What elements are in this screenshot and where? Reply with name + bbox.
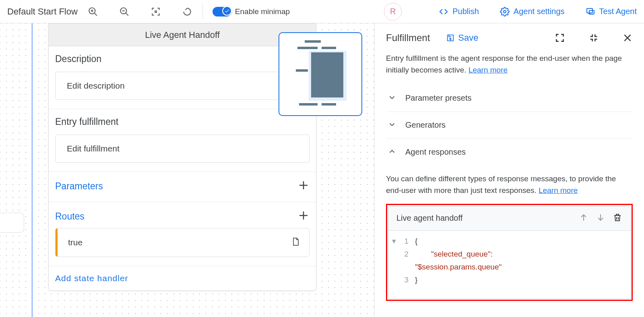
chevron-up-icon <box>388 147 396 157</box>
save-label: Save <box>458 33 478 43</box>
add-parameter-button[interactable] <box>297 179 310 193</box>
node-title: Live Agent Handoff <box>145 30 220 40</box>
svg-point-7 <box>155 10 157 12</box>
routes-heading[interactable]: Routes <box>55 211 85 222</box>
route-item[interactable]: true <box>55 228 310 257</box>
agent-settings-button[interactable]: Agent settings <box>500 7 565 17</box>
minimap-toggle-label: Enable minimap <box>235 7 290 16</box>
page-icon <box>291 237 300 248</box>
agent-settings-label: Agent settings <box>514 7 565 16</box>
minimap-toggle[interactable] <box>213 7 231 17</box>
add-state-handler-button[interactable]: Add state handler <box>49 266 316 290</box>
test-agent-label: Test Agent <box>599 7 637 16</box>
svg-point-8 <box>504 10 506 13</box>
highlight-annotation: Live agent handoff ▾ 1 2 3 { "se <box>386 204 633 301</box>
parameters-heading[interactable]: Parameters <box>55 181 103 192</box>
response-card-title: Live agent handoff <box>396 213 572 223</box>
parameter-presets-accordion[interactable]: Parameter presets <box>386 85 633 112</box>
line-number: 1 <box>400 235 409 248</box>
delete-icon[interactable] <box>613 213 622 224</box>
publish-label: Publish <box>452 7 479 16</box>
code-content[interactable]: { "selected_queue": "$session.params.que… <box>412 235 630 286</box>
accordion-label: Agent responses <box>405 147 466 157</box>
flow-title: Default Start Flow <box>7 6 78 17</box>
code-editor[interactable]: ▾ 1 2 3 { "selected_queue": "$session.pa… <box>388 231 630 298</box>
panel-title: Fulfillment <box>386 32 430 44</box>
agent-responses-accordion[interactable]: Agent responses <box>386 139 633 166</box>
zoom-out-icon[interactable] <box>119 6 130 17</box>
line-number: 2 <box>400 248 409 261</box>
chat-icon <box>586 7 595 17</box>
save-icon <box>446 33 455 42</box>
fit-icon[interactable] <box>150 6 161 17</box>
exit-fullscreen-icon[interactable] <box>588 33 599 43</box>
move-up-icon[interactable] <box>579 213 588 224</box>
route-status-bar <box>56 228 58 257</box>
fold-toggle-icon[interactable]: ▾ <box>392 237 396 245</box>
fullscreen-icon[interactable] <box>555 33 565 43</box>
route-condition: true <box>68 238 291 247</box>
description-heading: Description <box>55 54 310 64</box>
svg-line-1 <box>94 13 97 16</box>
panel-description: Entry fulfillment is the agent response … <box>386 52 633 76</box>
avatar[interactable]: R <box>384 3 402 21</box>
learn-more-link[interactable]: Learn more <box>469 66 508 74</box>
test-agent-button[interactable]: Test Agent <box>586 7 637 17</box>
divider <box>202 4 203 19</box>
chevron-down-icon <box>388 120 396 131</box>
responses-description: You can define different types of respon… <box>386 173 633 197</box>
entry-fulfillment-heading: Entry fulfillment <box>55 116 310 127</box>
accordion-label: Generators <box>405 120 446 130</box>
save-button[interactable]: Save <box>446 33 478 43</box>
drawer-handle[interactable] <box>0 213 24 233</box>
move-down-icon[interactable] <box>596 213 605 224</box>
code-icon <box>439 7 448 17</box>
edit-fulfillment-button[interactable]: Edit fulfillment <box>55 135 310 163</box>
zoom-in-icon[interactable] <box>87 6 99 17</box>
accordion-label: Parameter presets <box>405 93 472 103</box>
line-number: 3 <box>400 273 409 286</box>
minimap[interactable] <box>279 32 362 116</box>
edit-description-button[interactable]: Edit description <box>55 72 310 100</box>
node-header[interactable]: Live Agent Handoff <box>49 24 316 46</box>
svg-line-5 <box>126 13 128 16</box>
gear-icon <box>500 7 510 17</box>
close-icon[interactable] <box>622 33 633 43</box>
chevron-down-icon <box>388 93 396 104</box>
flow-edge <box>31 23 33 317</box>
publish-button[interactable]: Publish <box>439 7 479 17</box>
page-node[interactable]: Live Agent Handoff Description Edit desc… <box>48 23 316 291</box>
learn-more-link[interactable]: Learn more <box>539 186 578 195</box>
add-route-button[interactable] <box>297 209 310 223</box>
generators-accordion[interactable]: Generators <box>386 112 633 139</box>
response-card: Live agent handoff ▾ 1 2 3 { "se <box>388 206 631 299</box>
reset-icon[interactable] <box>182 6 193 17</box>
